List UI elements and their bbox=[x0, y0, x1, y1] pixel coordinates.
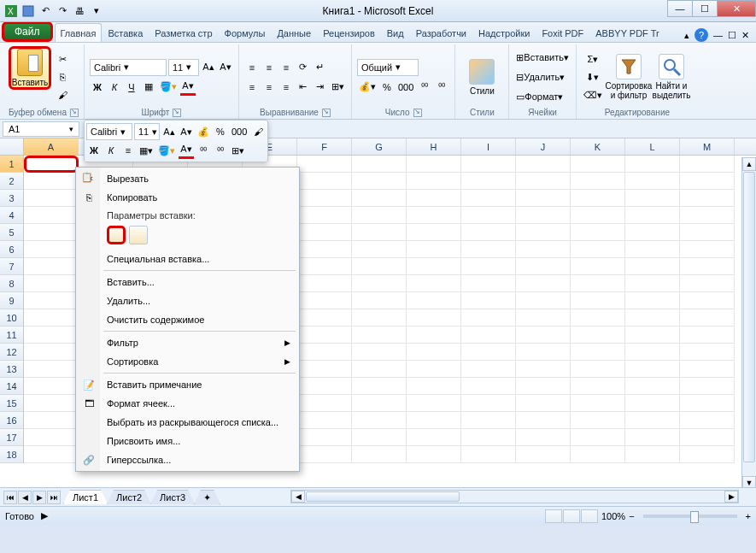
cell[interactable] bbox=[297, 275, 352, 292]
ctx-hyperlink[interactable]: 🔗Гиперссылка... bbox=[78, 450, 297, 469]
mini-align-center-icon[interactable]: ≡ bbox=[120, 142, 136, 159]
tab-addins[interactable]: Надстройки bbox=[472, 23, 536, 42]
file-tab[interactable]: Файл bbox=[2, 21, 53, 42]
autosum-icon[interactable]: Σ▾ bbox=[582, 50, 604, 68]
cell[interactable] bbox=[516, 190, 571, 207]
column-header-g[interactable]: G bbox=[352, 138, 407, 155]
cell[interactable] bbox=[407, 190, 461, 207]
row-header[interactable]: 4 bbox=[0, 207, 24, 224]
cell[interactable] bbox=[297, 173, 352, 190]
mini-bold-button[interactable]: Ж bbox=[86, 142, 102, 159]
qat-save-icon[interactable] bbox=[21, 3, 36, 19]
cell[interactable] bbox=[24, 207, 79, 224]
bold-button[interactable]: Ж bbox=[90, 79, 105, 96]
window-maximize-button[interactable]: ☐ bbox=[692, 0, 718, 17]
cell[interactable] bbox=[352, 309, 407, 327]
cell[interactable] bbox=[516, 241, 571, 258]
cell[interactable] bbox=[352, 190, 407, 207]
cell[interactable] bbox=[571, 429, 625, 446]
align-top-icon[interactable]: ≡ bbox=[244, 59, 260, 76]
cell[interactable] bbox=[407, 156, 461, 173]
cell[interactable] bbox=[24, 258, 79, 275]
ctx-paste-special[interactable]: Специальная вставка... bbox=[78, 250, 297, 268]
cell[interactable] bbox=[297, 429, 352, 446]
comma-icon[interactable]: 000 bbox=[396, 79, 415, 96]
number-format-select[interactable]: Общий▾ bbox=[357, 59, 419, 76]
macro-record-icon[interactable]: ▶ bbox=[41, 510, 48, 521]
cell[interactable] bbox=[461, 327, 516, 344]
cell[interactable] bbox=[680, 190, 735, 207]
cell[interactable] bbox=[297, 156, 352, 173]
column-header-i[interactable]: I bbox=[461, 138, 516, 155]
cell[interactable] bbox=[625, 207, 680, 224]
cell[interactable] bbox=[680, 361, 735, 378]
cell[interactable] bbox=[571, 327, 625, 344]
decrease-decimal-icon[interactable]: ⁰⁰ bbox=[434, 79, 449, 96]
cell[interactable] bbox=[297, 344, 352, 361]
cell[interactable] bbox=[625, 156, 680, 173]
cell[interactable] bbox=[352, 224, 407, 241]
zoom-in-button[interactable]: + bbox=[746, 511, 751, 521]
cell[interactable] bbox=[352, 156, 407, 173]
align-right-icon[interactable]: ≡ bbox=[278, 79, 294, 96]
cell[interactable] bbox=[297, 207, 352, 224]
cell[interactable] bbox=[24, 361, 79, 378]
cell[interactable] bbox=[516, 292, 571, 309]
cell[interactable] bbox=[625, 327, 680, 344]
vertical-scrollbar[interactable]: ▲ ▼ bbox=[741, 157, 756, 489]
row-header[interactable]: 15 bbox=[0, 395, 24, 412]
zoom-out-button[interactable]: − bbox=[629, 511, 634, 521]
cell[interactable] bbox=[407, 327, 461, 344]
sheet-tab-1[interactable]: Лист1 bbox=[63, 490, 108, 504]
row-header[interactable]: 11 bbox=[0, 327, 24, 344]
ctx-insert[interactable]: Вставить... bbox=[78, 273, 297, 291]
cell[interactable] bbox=[625, 395, 680, 412]
cell[interactable] bbox=[461, 224, 516, 241]
find-select-button[interactable]: Найти и выделить bbox=[650, 46, 693, 108]
row-header[interactable]: 16 bbox=[0, 412, 24, 429]
cell[interactable] bbox=[407, 412, 461, 429]
cell[interactable] bbox=[625, 258, 680, 275]
cell[interactable] bbox=[461, 378, 516, 395]
cell[interactable] bbox=[24, 446, 79, 463]
cell[interactable] bbox=[571, 190, 625, 207]
decrease-font-icon[interactable]: A▾ bbox=[218, 59, 233, 76]
font-name-select[interactable]: Calibri▾ bbox=[90, 59, 167, 76]
cell[interactable] bbox=[407, 309, 461, 327]
cell[interactable] bbox=[680, 207, 735, 224]
cell[interactable] bbox=[461, 258, 516, 275]
ctx-cut[interactable]: ✂Вырезать bbox=[78, 169, 297, 188]
mini-comma-icon[interactable]: 000 bbox=[230, 123, 249, 140]
cell[interactable] bbox=[625, 309, 680, 327]
row-header[interactable]: 14 bbox=[0, 378, 24, 395]
insert-cells-button[interactable]: ⊞ Вставить ▾ bbox=[514, 49, 571, 66]
cell[interactable] bbox=[297, 224, 352, 241]
cell[interactable] bbox=[516, 361, 571, 378]
sheet-nav-last[interactable]: ⏭ bbox=[47, 491, 61, 504]
cell[interactable] bbox=[407, 207, 461, 224]
cell[interactable] bbox=[297, 190, 352, 207]
cell[interactable] bbox=[516, 412, 571, 429]
cell[interactable] bbox=[461, 207, 516, 224]
cell[interactable] bbox=[516, 173, 571, 190]
cell[interactable] bbox=[297, 327, 352, 344]
cell[interactable] bbox=[461, 361, 516, 378]
cell[interactable] bbox=[516, 378, 571, 395]
cell[interactable] bbox=[516, 224, 571, 241]
cell[interactable] bbox=[352, 429, 407, 446]
ribbon-minimize-icon[interactable]: ▴ bbox=[684, 30, 689, 41]
zoom-level[interactable]: 100% bbox=[601, 511, 625, 521]
cell[interactable] bbox=[297, 361, 352, 378]
cell[interactable] bbox=[297, 258, 352, 275]
cell[interactable] bbox=[352, 412, 407, 429]
cell[interactable] bbox=[571, 156, 625, 173]
tab-view[interactable]: Вид bbox=[381, 23, 410, 42]
doc-close-icon[interactable]: ✕ bbox=[741, 30, 749, 41]
cell[interactable] bbox=[297, 395, 352, 412]
qat-undo-icon[interactable]: ↶ bbox=[38, 3, 53, 19]
format-cells-button[interactable]: ▭ Формат ▾ bbox=[514, 88, 565, 105]
cell[interactable] bbox=[516, 275, 571, 292]
cell[interactable] bbox=[625, 446, 680, 463]
cell[interactable] bbox=[571, 207, 625, 224]
cell[interactable] bbox=[680, 378, 735, 395]
